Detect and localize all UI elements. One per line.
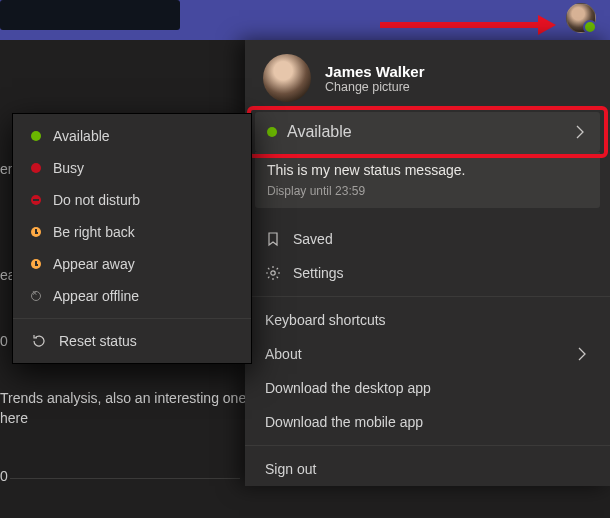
status-option-away[interactable]: Appear away [13, 248, 251, 280]
sign-out-label: Sign out [265, 461, 316, 477]
presence-status-label: Available [287, 123, 352, 141]
sign-out-item[interactable]: Sign out [245, 452, 610, 486]
keyboard-shortcuts-item[interactable]: Keyboard shortcuts [245, 303, 610, 337]
svg-point-0 [271, 271, 275, 275]
status-option-dnd[interactable]: Do not disturb [13, 184, 251, 216]
profile-avatar-button[interactable] [566, 3, 596, 33]
status-note[interactable]: This is my new status message. Display u… [255, 152, 600, 208]
presence-busy-icon [31, 163, 41, 173]
gear-icon [265, 265, 281, 281]
status-option-label: Do not disturb [53, 192, 140, 208]
about-item[interactable]: About [245, 337, 610, 371]
reset-icon [31, 333, 47, 349]
status-option-brb[interactable]: Be right back [13, 216, 251, 248]
title-bar [0, 0, 610, 40]
status-option-busy[interactable]: Busy [13, 152, 251, 184]
divider [245, 445, 610, 446]
bg-number: 0 [0, 468, 8, 484]
profile-header: James Walker Change picture [245, 40, 610, 112]
saved-label: Saved [293, 231, 333, 247]
status-note-until: Display until 23:59 [267, 184, 588, 198]
settings-item[interactable]: Settings [245, 256, 610, 290]
download-mobile-label: Download the mobile app [265, 414, 423, 430]
presence-available-icon [267, 127, 277, 137]
keyboard-shortcuts-label: Keyboard shortcuts [265, 312, 386, 328]
presence-away-icon [31, 259, 41, 269]
status-option-label: Available [53, 128, 110, 144]
status-option-available[interactable]: Available [13, 120, 251, 152]
annotation-arrow [380, 22, 540, 28]
saved-item[interactable]: Saved [245, 222, 610, 256]
bookmark-icon [265, 231, 281, 247]
download-desktop-label: Download the desktop app [265, 380, 431, 396]
presence-offline-icon [31, 291, 41, 301]
bg-number: 0 [0, 333, 8, 349]
search-input[interactable] [0, 0, 180, 30]
presence-available-icon [31, 131, 41, 141]
profile-name: James Walker [325, 63, 425, 80]
status-reset-label: Reset status [59, 333, 137, 349]
profile-panel: James Walker Change picture Available Th… [245, 40, 610, 486]
divider [245, 296, 610, 297]
status-note-message: This is my new status message. [267, 162, 588, 178]
profile-avatar [263, 54, 311, 102]
settings-label: Settings [293, 265, 344, 281]
presence-submenu: Available Busy Do not disturb Be right b… [12, 113, 252, 364]
presence-brb-icon [31, 227, 41, 237]
status-option-label: Appear away [53, 256, 135, 272]
presence-dnd-icon [31, 195, 41, 205]
status-option-label: Be right back [53, 224, 135, 240]
chevron-right-icon [574, 346, 590, 362]
status-option-label: Appear offline [53, 288, 139, 304]
status-option-label: Busy [53, 160, 84, 176]
chevron-right-icon [572, 124, 588, 140]
status-option-offline[interactable]: Appear offline [13, 280, 251, 312]
divider [13, 318, 251, 319]
change-picture-link[interactable]: Change picture [325, 80, 425, 94]
presence-status-row[interactable]: Available [255, 112, 600, 152]
bg-message-text: Trends analysis, also an interesting one… [0, 388, 250, 428]
status-reset[interactable]: Reset status [13, 325, 251, 357]
download-mobile-item[interactable]: Download the mobile app [245, 405, 610, 439]
about-label: About [265, 346, 302, 362]
download-desktop-item[interactable]: Download the desktop app [245, 371, 610, 405]
bg-divider [10, 478, 240, 479]
